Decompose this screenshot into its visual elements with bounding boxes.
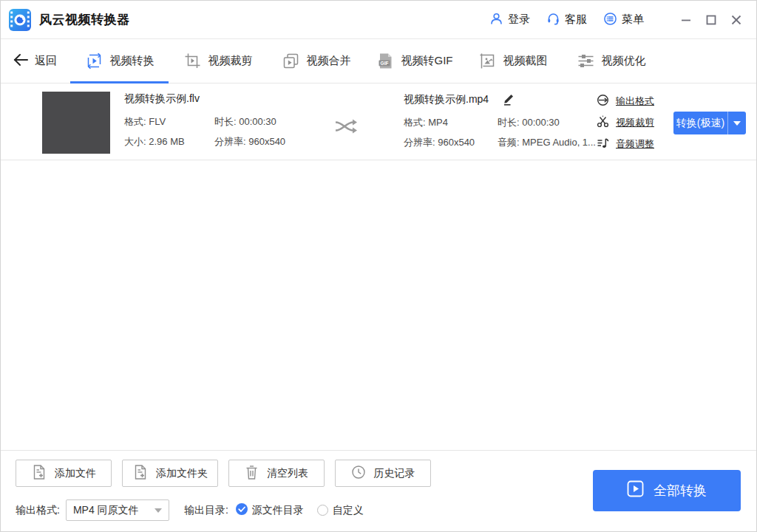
- video-crop-link[interactable]: 视频裁剪: [597, 115, 654, 130]
- tab-video-optimize[interactable]: 视频优化: [562, 39, 660, 83]
- output-format-field-label: 输出格式:: [16, 504, 60, 517]
- file-row[interactable]: 视频转换示例.flv 格式: FLV 时长: 00:00:30 大小: 2.96…: [1, 83, 756, 160]
- app-title: 风云视频转换器: [39, 11, 130, 28]
- music-note-icon: [597, 137, 609, 151]
- tab-label: 视频优化: [602, 54, 646, 68]
- history-button[interactable]: 历史记录: [335, 460, 431, 487]
- radio-source-dir-label: 源文件目录: [252, 504, 304, 517]
- screenshot-icon: [478, 52, 497, 70]
- video-crop-icon: [183, 52, 202, 70]
- output-format-link[interactable]: 输出格式: [597, 94, 654, 109]
- add-file-button[interactable]: 添加文件: [16, 460, 112, 487]
- clear-list-label: 清空列表: [267, 467, 308, 480]
- output-format-select[interactable]: MP4 同原文件: [66, 499, 169, 521]
- clear-list-button[interactable]: 清空列表: [228, 460, 325, 487]
- add-folder-icon: [132, 464, 148, 482]
- convert-fast-button[interactable]: 转换(极速): [673, 112, 746, 134]
- bottom-bar: 添加文件 添加文件夹: [1, 450, 756, 531]
- convert-all-button[interactable]: 全部转换: [593, 470, 741, 511]
- minimize-button[interactable]: [673, 9, 699, 31]
- source-info-grid: 格式: FLV 时长: 00:00:30 大小: 2.96 MB 分辨率: 96…: [124, 115, 335, 149]
- output-format: 格式: MP4: [404, 116, 498, 129]
- title-bar: 风云视频转换器 登录 客服: [1, 1, 756, 39]
- radio-checked-icon: [236, 503, 248, 517]
- source-resolution: 分辨率: 960x540: [214, 135, 335, 149]
- add-folder-button[interactable]: 添加文件夹: [122, 460, 218, 487]
- history-label: 历史记录: [374, 467, 415, 480]
- support-button[interactable]: 客服: [546, 12, 587, 28]
- trash-icon: [245, 465, 259, 482]
- audio-adjust-label: 音频调整: [616, 137, 654, 151]
- radio-custom-dir[interactable]: 自定义: [317, 504, 364, 517]
- output-format-icon: [597, 94, 609, 109]
- output-format-value: MP4 同原文件: [73, 504, 155, 517]
- back-arrow-icon: [13, 53, 29, 69]
- output-info-grid: 格式: MP4 时长: 00:00:30 分辨率: 960x540 音频: MP…: [404, 116, 596, 149]
- nav-tabs: 视频转换 视频裁剪: [70, 39, 660, 83]
- gif-file-icon: GIF: [376, 52, 395, 70]
- sliders-icon: [577, 52, 595, 70]
- login-button[interactable]: 登录: [489, 12, 530, 28]
- output-format-label: 输出格式: [616, 95, 654, 108]
- video-merge-icon: [282, 52, 300, 70]
- maximize-button[interactable]: [699, 9, 724, 31]
- output-dir-field-label: 输出目录:: [184, 504, 228, 517]
- tab-video-crop[interactable]: 视频裁剪: [169, 39, 267, 83]
- back-button[interactable]: 返回: [1, 39, 70, 83]
- menu-label: 菜单: [622, 13, 644, 27]
- source-format: 格式: FLV: [124, 115, 214, 129]
- gif-badge-text: GIF: [380, 61, 388, 66]
- tab-label: 视频合并: [307, 54, 351, 68]
- support-label: 客服: [565, 13, 587, 27]
- add-file-label: 添加文件: [55, 467, 96, 480]
- convert-all-label: 全部转换: [654, 482, 707, 499]
- edit-pencil-icon[interactable]: [501, 92, 516, 106]
- app-window: 风云视频转换器 登录 客服: [0, 0, 757, 532]
- source-file-info: 视频转换示例.flv 格式: FLV 时长: 00:00:30 大小: 2.96…: [124, 92, 335, 149]
- tab-video-merge[interactable]: 视频合并: [267, 39, 365, 83]
- tab-label: 视频转GIF: [401, 54, 453, 68]
- radio-source-dir[interactable]: 源文件目录: [236, 503, 304, 517]
- tab-video-screenshot[interactable]: 视频截图: [464, 39, 562, 83]
- audio-adjust-link[interactable]: 音频调整: [597, 137, 654, 151]
- source-size: 大小: 2.96 MB: [124, 135, 214, 149]
- output-options: 输出格式: MP4 同原文件 输出目录: 源文件目录 自定义: [16, 499, 364, 521]
- convert-dropdown-toggle[interactable]: [727, 112, 746, 134]
- output-file-info: 视频转换示例.mp4 格式: MP4 时长: 00:00:30 分辨率: 960…: [404, 92, 596, 149]
- tab-label: 视频截图: [503, 54, 548, 68]
- output-filename: 视频转换示例.mp4: [404, 92, 489, 106]
- source-duration: 时长: 00:00:30: [214, 115, 335, 129]
- app-logo-icon: [8, 8, 32, 32]
- add-file-icon: [31, 464, 47, 482]
- close-button[interactable]: [724, 9, 749, 31]
- footer-buttons: 添加文件 添加文件夹: [16, 460, 431, 487]
- person-icon: [489, 12, 503, 28]
- login-label: 登录: [508, 13, 530, 27]
- clock-icon: [351, 465, 366, 482]
- output-audio: 音频: MPEG Audio, 1...: [498, 136, 596, 149]
- tab-label: 视频裁剪: [208, 54, 253, 68]
- back-label: 返回: [35, 54, 57, 68]
- shuffle-arrows-icon: [333, 116, 362, 137]
- radio-custom-dir-label: 自定义: [333, 504, 364, 517]
- file-list-area: [1, 160, 756, 450]
- tab-video-to-gif[interactable]: GIF 视频转GIF: [365, 39, 464, 83]
- video-crop-label: 视频裁剪: [616, 116, 654, 129]
- chevron-down-icon: [733, 121, 741, 126]
- output-resolution: 分辨率: 960x540: [404, 136, 498, 149]
- video-thumbnail: [42, 92, 110, 154]
- menu-button[interactable]: 菜单: [603, 12, 644, 28]
- add-folder-label: 添加文件夹: [156, 467, 208, 480]
- headset-icon: [546, 12, 560, 28]
- select-caret-icon: [155, 508, 162, 513]
- circle-list-icon: [603, 12, 617, 28]
- window-controls: [673, 9, 749, 31]
- output-duration: 时长: 00:00:30: [498, 116, 596, 129]
- play-icon: [627, 480, 644, 501]
- source-filename: 视频转换示例.flv: [124, 92, 335, 106]
- radio-unchecked-icon: [317, 505, 328, 516]
- scissors-icon: [597, 115, 609, 130]
- row-actions: 输出格式 视频裁剪: [597, 94, 654, 151]
- tab-video-convert[interactable]: 视频转换: [70, 39, 169, 83]
- tab-label: 视频转换: [110, 54, 155, 68]
